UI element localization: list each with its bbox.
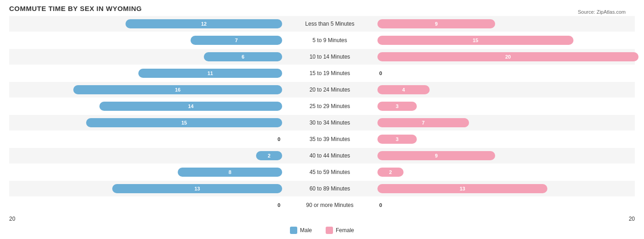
male-bar-section: 13 [9, 184, 284, 193]
male-bar: 2 [256, 151, 282, 160]
row-label: 35 to 39 Minutes [284, 136, 376, 142]
table-row: 1620 to 24 Minutes4 [9, 82, 635, 98]
row-label: 20 to 24 Minutes [284, 87, 376, 93]
table-row: 12Less than 5 Minutes9 [9, 16, 635, 32]
table-row: 1530 to 34 Minutes7 [9, 115, 635, 130]
male-value-label: 0 [278, 202, 280, 208]
male-bar: 13 [112, 184, 282, 193]
row-label: 25 to 29 Minutes [284, 103, 376, 109]
axis-right-value: 20 [629, 216, 635, 222]
male-bar-value: 11 [205, 71, 216, 76]
legend-male: Male [290, 227, 312, 234]
female-bar-section: 9 [376, 19, 635, 28]
male-bar-section: 6 [9, 52, 284, 61]
female-value-label: 0 [379, 202, 382, 208]
table-row: 1360 to 89 Minutes13 [9, 181, 635, 196]
female-bar-section: 0 [376, 71, 635, 76]
table-row: 090 or more Minutes0 [9, 197, 635, 213]
male-bar: 7 [191, 36, 282, 45]
female-bar-value: 4 [399, 87, 408, 92]
row-label: 45 to 59 Minutes [284, 169, 376, 175]
table-row: 610 to 14 Minutes20 [9, 49, 635, 65]
female-bar-section: 0 [376, 202, 635, 208]
female-bar: 7 [377, 118, 469, 127]
female-bar-value: 20 [502, 54, 513, 60]
male-value-label: 0 [278, 136, 280, 142]
female-bar: 4 [377, 85, 430, 94]
female-bar-value: 3 [393, 136, 401, 142]
male-bar-section: 16 [9, 85, 284, 94]
male-bar: 12 [126, 19, 282, 28]
row-label: 90 or more Minutes [284, 202, 376, 208]
male-bar-value: 16 [172, 87, 183, 92]
male-bar: 14 [99, 102, 282, 111]
female-bar: 3 [377, 135, 417, 144]
legend-male-box [290, 227, 297, 234]
male-bar-value: 6 [239, 54, 247, 60]
row-label: Less than 5 Minutes [284, 21, 376, 27]
female-value-label: 0 [379, 71, 382, 76]
female-bar: 9 [377, 151, 495, 160]
male-bar-value: 13 [191, 186, 202, 191]
row-label: 5 to 9 Minutes [284, 37, 376, 43]
legend-female-label: Female [336, 227, 354, 234]
male-bar-section: 7 [9, 36, 284, 45]
female-bar-section: 2 [376, 168, 635, 177]
male-bar-section: 0 [9, 202, 284, 208]
legend-female-box [326, 227, 333, 234]
female-bar-section: 15 [376, 36, 635, 45]
male-bar-section: 11 [9, 69, 284, 78]
male-bar-section: 12 [9, 19, 284, 28]
male-bar-value: 14 [185, 103, 196, 109]
female-bar: 15 [377, 36, 573, 45]
male-bar-section: 8 [9, 168, 284, 177]
female-bar-section: 3 [376, 102, 635, 111]
male-bar: 11 [138, 69, 282, 78]
female-bar-section: 4 [376, 85, 635, 94]
female-bar-value: 3 [393, 103, 401, 109]
male-bar-value: 7 [232, 38, 240, 43]
table-row: 1425 to 29 Minutes3 [9, 98, 635, 114]
male-bar-value: 15 [179, 120, 190, 125]
table-row: 845 to 59 Minutes2 [9, 164, 635, 180]
table-row: 75 to 9 Minutes15 [9, 33, 635, 48]
chart-area: 12Less than 5 Minutes975 to 9 Minutes156… [9, 16, 635, 213]
table-row: 240 to 44 Minutes9 [9, 148, 635, 163]
chart-title: COMMUTE TIME BY SEX IN WYOMING [9, 5, 635, 12]
row-label: 40 to 44 Minutes [284, 152, 376, 159]
female-bar-value: 2 [386, 169, 394, 175]
female-bar-value: 13 [457, 186, 468, 191]
source-label: Source: ZipAtlas.com [578, 9, 626, 15]
axis-left-value: 20 [9, 216, 15, 222]
row-label: 15 to 19 Minutes [284, 70, 376, 76]
male-bar: 16 [73, 85, 282, 94]
legend-male-label: Male [300, 227, 312, 234]
axis-right-labels: 20 [376, 216, 635, 222]
row-label: 10 to 14 Minutes [284, 54, 376, 60]
row-label: 60 to 89 Minutes [284, 185, 376, 192]
male-bar-section: 0 [9, 136, 284, 142]
male-bar: 8 [178, 168, 282, 177]
male-bar-value: 8 [226, 169, 234, 175]
female-bar: 2 [377, 168, 404, 177]
male-bar-section: 15 [9, 118, 284, 127]
female-bar-value: 9 [432, 21, 440, 27]
female-bar: 13 [377, 184, 547, 193]
female-bar: 20 [377, 52, 639, 61]
row-label: 30 to 34 Minutes [284, 120, 376, 126]
female-bar: 9 [377, 19, 495, 28]
male-bar-section: 14 [9, 102, 284, 111]
female-bar: 3 [377, 102, 417, 111]
male-bar-value: 2 [265, 153, 273, 158]
female-bar-value: 9 [432, 153, 440, 158]
chart-container: 12Less than 5 Minutes975 to 9 Minutes156… [9, 16, 635, 234]
male-bar-value: 12 [198, 21, 209, 27]
female-bar-value: 15 [470, 38, 481, 43]
male-bar: 15 [86, 118, 282, 127]
female-bar-section: 7 [376, 118, 635, 127]
female-bar-section: 20 [376, 52, 639, 61]
male-bar-section: 2 [9, 151, 284, 160]
female-bar-section: 13 [376, 184, 635, 193]
axis-bottom: 20 20 [9, 214, 635, 224]
table-row: 1115 to 19 Minutes0 [9, 65, 635, 81]
